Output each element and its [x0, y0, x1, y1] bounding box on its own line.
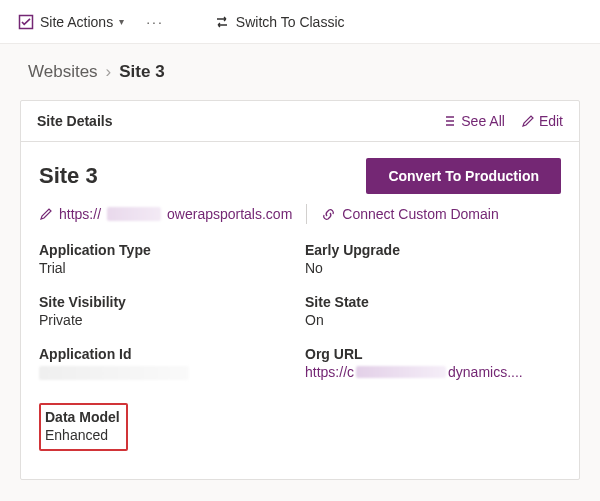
edit-button[interactable]: Edit	[521, 113, 563, 129]
site-name-heading: Site 3	[39, 163, 98, 189]
switch-classic-label: Switch To Classic	[236, 14, 345, 30]
org-url-prefix: https://c	[305, 364, 354, 380]
field-value: Trial	[39, 260, 295, 276]
org-url-link[interactable]: https://cdynamics....	[305, 364, 523, 380]
switch-to-classic-button[interactable]: Switch To Classic	[208, 10, 351, 34]
breadcrumb-current: Site 3	[119, 62, 164, 82]
field-value: Enhanced	[45, 427, 120, 443]
field-value: Private	[39, 312, 295, 328]
field-label: Application Type	[39, 242, 295, 258]
more-icon: ···	[146, 14, 164, 30]
chevron-down-icon: ▾	[119, 16, 124, 27]
pencil-icon	[39, 207, 53, 221]
field-label: Early Upgrade	[305, 242, 561, 258]
edit-label: Edit	[539, 113, 563, 129]
connect-domain-label: Connect Custom Domain	[342, 206, 498, 222]
field-value: On	[305, 312, 561, 328]
swap-icon	[214, 14, 230, 30]
field-data-model: Data Model Enhanced	[39, 403, 128, 451]
site-actions-label: Site Actions	[40, 14, 113, 30]
chevron-right-icon: ›	[106, 62, 112, 82]
convert-to-production-button[interactable]: Convert To Production	[366, 158, 561, 194]
url-row: https://owerapsportals.com Connect Custo…	[39, 204, 561, 224]
see-all-button[interactable]: See All	[443, 113, 505, 129]
top-command-bar: Site Actions ▾ ··· Switch To Classic	[0, 0, 600, 44]
list-icon	[443, 114, 457, 128]
edit-site-url-link[interactable]: https://owerapsportals.com	[39, 206, 292, 222]
field-site-visibility: Site Visibility Private	[39, 294, 295, 328]
link-icon	[321, 207, 336, 222]
redacted-value	[39, 366, 189, 380]
divider	[306, 204, 307, 224]
field-application-type: Application Type Trial	[39, 242, 295, 276]
site-details-card: Site Details See All Edit Site 3 Convert…	[20, 100, 580, 480]
field-label: Application Id	[39, 346, 295, 362]
card-title: Site Details	[37, 113, 112, 129]
breadcrumb: Websites › Site 3	[0, 44, 600, 92]
redacted-text	[107, 207, 161, 221]
site-actions-menu[interactable]: Site Actions ▾	[12, 10, 130, 34]
site-url-prefix: https://	[59, 206, 101, 222]
see-all-label: See All	[461, 113, 505, 129]
card-header: Site Details See All Edit	[21, 101, 579, 142]
field-label: Org URL	[305, 346, 561, 362]
breadcrumb-root[interactable]: Websites	[28, 62, 98, 82]
field-early-upgrade: Early Upgrade No	[305, 242, 561, 276]
field-label: Site State	[305, 294, 561, 310]
pencil-icon	[521, 114, 535, 128]
org-url-suffix: dynamics....	[448, 364, 523, 380]
site-url-suffix: owerapsportals.com	[167, 206, 292, 222]
field-label: Data Model	[45, 409, 120, 425]
redacted-text	[356, 366, 446, 378]
field-label: Site Visibility	[39, 294, 295, 310]
field-org-url: Org URL https://cdynamics....	[305, 346, 561, 383]
more-menu[interactable]: ···	[140, 10, 170, 34]
field-value: No	[305, 260, 561, 276]
details-grid: Application Type Trial Early Upgrade No …	[39, 242, 561, 451]
connect-custom-domain-link[interactable]: Connect Custom Domain	[321, 206, 498, 222]
field-site-state: Site State On	[305, 294, 561, 328]
field-application-id: Application Id	[39, 346, 295, 383]
checkbox-icon	[18, 14, 34, 30]
